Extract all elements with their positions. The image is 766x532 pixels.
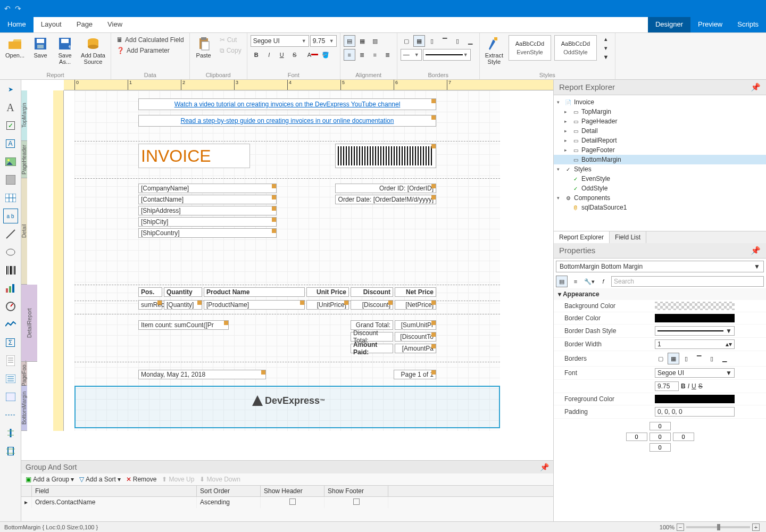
tab-preview[interactable]: Preview (690, 17, 730, 32)
pageinfo-tool[interactable] (3, 389, 18, 404)
field-date[interactable]: Monday, May 21, 2018 (138, 370, 266, 379)
cell-disc[interactable]: [Discount] (351, 300, 393, 310)
subreport-tool[interactable] (3, 353, 18, 368)
report-canvas[interactable]: Watch a video tutorial on creating invoi… (74, 90, 500, 431)
align-top-right-button[interactable]: ▥ (369, 35, 381, 47)
align-left-button[interactable]: ≡ (344, 49, 355, 61)
tree-styles[interactable]: ▾✓Styles (554, 164, 766, 174)
extract-style-button[interactable]: Extract Style (483, 35, 505, 66)
prop-borderwidth[interactable]: 1▴▾ (655, 339, 766, 349)
prop-padding[interactable]: 0, 0, 0, 0 (655, 407, 766, 417)
col-net[interactable]: Net Price (395, 287, 436, 297)
col-qty[interactable]: Quantity (164, 287, 202, 297)
align-top-center-button[interactable]: ▦ (356, 35, 368, 47)
lbl-disctot[interactable]: Discount Total: (351, 332, 393, 342)
val-grand[interactable]: [SumUnitPr (395, 320, 436, 330)
prop-padding-editor[interactable] (554, 419, 766, 455)
chart-tool[interactable] (3, 281, 18, 296)
band-pageheader[interactable]: PageHeader (21, 141, 27, 178)
cell-qty[interactable]: [Quantity] (164, 300, 202, 310)
field-link2[interactable]: Read a step-by-step guide on creating in… (138, 115, 436, 127)
prop-fgcolor[interactable] (655, 395, 766, 403)
tree-topmargin[interactable]: ▸▭TopMargin (554, 107, 766, 117)
paste-button[interactable]: Paste (193, 35, 214, 60)
zoom-in-button[interactable]: + (752, 523, 760, 531)
field-brand[interactable]: DevExpress™ (250, 394, 332, 408)
pin-icon[interactable]: 📌 (751, 246, 761, 255)
panel-tool[interactable] (3, 172, 18, 187)
pagebreak-tool[interactable] (3, 408, 18, 422)
field-page[interactable]: Page 1 of 1 (394, 370, 436, 379)
tree-bottommargin[interactable]: ▭BottomMargin (554, 155, 766, 164)
style-evenstyle[interactable]: AaBbCcDd EvenStyle (509, 35, 551, 61)
wrench-button[interactable]: 🔧▾ (584, 276, 595, 287)
redo-icon[interactable]: ↷ (15, 4, 21, 13)
cell-net[interactable]: [NetPrice] (395, 300, 436, 310)
align-right-button[interactable]: ≡ (369, 49, 381, 61)
field-title[interactable]: INVOICE (138, 144, 250, 168)
col-prod[interactable]: Product Name (204, 287, 305, 297)
move-down-button[interactable]: ⬇Move Down (199, 476, 240, 483)
border-bottom-button[interactable]: ▁ (464, 35, 476, 47)
barcode-tool[interactable] (3, 263, 18, 278)
design-surface[interactable]: 0 1 2 3 4 5 6 7 TopMargin PageHeader Det… (21, 80, 553, 442)
col-showfooter[interactable]: Show Footer (324, 486, 388, 496)
add-calculated-field-button[interactable]: 🖩Add Calculated Field (114, 35, 186, 45)
field-orderid[interactable]: Order ID: [OrderID] (335, 184, 436, 193)
tree-evenstyle[interactable]: ✓EvenStyle (554, 174, 766, 184)
tab-layout[interactable]: Layout (34, 17, 69, 32)
tree-pagefooter[interactable]: ▸▭PageFooter (554, 145, 766, 155)
zoom-out-button[interactable]: − (677, 523, 684, 531)
add-group-button[interactable]: ▣Add a Group ▾ (26, 476, 74, 483)
property-object-selector[interactable]: BottomMargin Bottom Margin▼ (556, 261, 764, 272)
view-alpha-button[interactable]: ≡ (570, 276, 581, 287)
property-search[interactable]: Search (611, 276, 764, 287)
band-bottommargin[interactable]: BottomMargin (21, 386, 27, 431)
pointer-tool[interactable]: ➤ (3, 82, 18, 97)
align-justify-button[interactable]: ≣ (382, 49, 394, 61)
open-button[interactable]: Open... (3, 35, 27, 60)
val-amount[interactable]: [AmountPa (395, 344, 436, 353)
pin-icon[interactable]: 📌 (751, 82, 761, 92)
style-up-button[interactable]: ▴ (600, 35, 612, 43)
panel-tab-field-list[interactable]: Field List (610, 231, 646, 243)
tab-home[interactable]: Home (0, 17, 34, 32)
band-pagefooter[interactable]: PageFoo... (21, 362, 27, 386)
prop-bgcolor[interactable] (655, 302, 766, 310)
prop-font[interactable]: Segoe UI▼ (655, 368, 766, 378)
pivot-tool[interactable]: Σ (3, 335, 18, 350)
gauge-tool[interactable] (3, 299, 18, 314)
prop-fontstyle[interactable]: 9.75 B I U S (655, 381, 766, 391)
style-oddstyle[interactable]: AaBbCcDd OddStyle (554, 35, 597, 61)
col-sort[interactable]: Sort Order (197, 486, 261, 496)
font-family-combo[interactable]: Segoe UI▼ (251, 35, 309, 47)
lbl-amount[interactable]: Amount Paid: (351, 344, 393, 353)
field-country[interactable]: [ShipCountry] (138, 228, 277, 238)
tab-designer[interactable]: Designer (648, 17, 690, 32)
cell-prod[interactable]: [ProductName] (204, 300, 305, 310)
tab-view[interactable]: View (100, 17, 130, 32)
group-row[interactable]: ▸ Orders.ContactName Ascending (21, 497, 553, 508)
crossband-line-tool[interactable] (3, 426, 18, 440)
col-pos[interactable]: Pos. (138, 287, 162, 297)
checkbox-tool[interactable]: ✓ (3, 118, 18, 133)
field-itemcount[interactable]: Item count: sumCount([Pr (138, 320, 229, 330)
add-sort-button[interactable]: ▽Add a Sort ▾ (79, 476, 121, 483)
panel-tab-report-explorer[interactable]: Report Explorer (554, 231, 610, 243)
zoom-slider[interactable] (686, 526, 750, 528)
lbl-grand[interactable]: Grand Total: (351, 320, 393, 330)
field-city[interactable]: [ShipCity] (138, 217, 277, 227)
border-left-button[interactable]: ▯ (426, 35, 438, 47)
font-size-combo[interactable]: 9.75▼ (310, 35, 337, 47)
tab-scripts[interactable]: Scripts (730, 17, 766, 32)
band-detail[interactable]: Detail (21, 178, 27, 285)
tab-page[interactable]: Page (69, 17, 100, 32)
crossband-box-tool[interactable] (3, 444, 18, 459)
copy-button[interactable]: ⧉Copy (218, 46, 244, 55)
col-showheader[interactable]: Show Header (261, 486, 324, 496)
field-contact[interactable]: [ContactName] (138, 195, 277, 204)
sparkline-tool[interactable] (3, 317, 18, 332)
tree-invoice[interactable]: ▾📄Invoice (554, 97, 766, 107)
richtext-tool[interactable]: A (3, 136, 18, 151)
remove-button[interactable]: ✕Remove (126, 476, 157, 483)
